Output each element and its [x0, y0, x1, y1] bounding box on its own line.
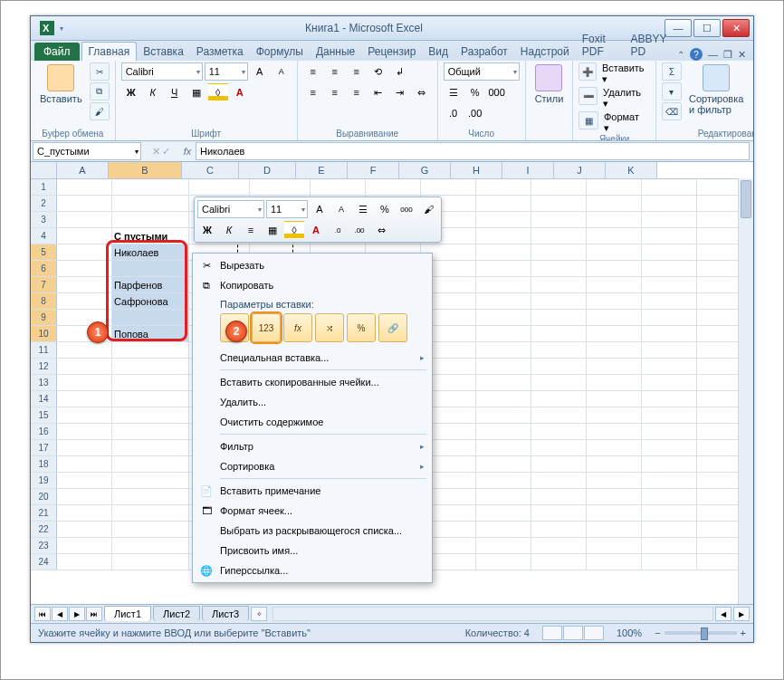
col-I[interactable]: I: [502, 162, 554, 178]
cell-A2[interactable]: [57, 196, 112, 211]
cell-K4[interactable]: [642, 228, 697, 244]
cell-I15[interactable]: [531, 407, 587, 423]
cell-K21[interactable]: [642, 505, 697, 521]
cell-I24[interactable]: [531, 554, 587, 570]
ctx-sort[interactable]: Сортировка▸: [195, 456, 430, 476]
border-icon[interactable]: ▦: [186, 83, 206, 101]
indent-increase-icon[interactable]: ⇥: [390, 83, 410, 101]
cell-K12[interactable]: [642, 359, 697, 374]
sheet-tab-1[interactable]: Лист1: [104, 606, 151, 621]
row-header[interactable]: 16: [31, 424, 57, 439]
cell-I12[interactable]: [531, 359, 587, 374]
ctx-insert-copied[interactable]: Вставить скопированные ячейки...: [195, 372, 430, 392]
cell-A22[interactable]: [57, 522, 112, 537]
formula-input[interactable]: Николаев: [196, 142, 750, 160]
tab-foxit[interactable]: Foxit PDF: [576, 30, 625, 61]
tab-layout[interactable]: Разметка: [190, 43, 250, 61]
row-header[interactable]: 2: [31, 196, 57, 211]
font-name-combo[interactable]: Calibri: [121, 62, 203, 81]
cell-B20[interactable]: [112, 489, 189, 504]
tab-review[interactable]: Рецензир: [361, 43, 422, 61]
cell-A12[interactable]: [57, 359, 112, 374]
align-middle-icon[interactable]: ≡: [325, 62, 345, 81]
cell-B1[interactable]: [112, 179, 189, 195]
row-header[interactable]: 20: [31, 489, 57, 504]
sheet-tab-2[interactable]: Лист2: [153, 606, 200, 621]
cell-J22[interactable]: [587, 522, 642, 537]
cell-J5[interactable]: [587, 244, 642, 260]
paste-formulas-icon[interactable]: fx: [283, 313, 312, 342]
row-header[interactable]: 1: [31, 179, 57, 195]
cell-K7[interactable]: [642, 277, 697, 292]
align-left-icon[interactable]: ≡: [303, 83, 323, 101]
mini-font-color-icon[interactable]: А: [306, 221, 326, 239]
cell-B8[interactable]: Сафронова: [112, 293, 189, 309]
row-header[interactable]: 8: [31, 293, 57, 309]
cell-H1[interactable]: [476, 179, 531, 195]
doc-restore-icon[interactable]: ❐: [723, 49, 732, 61]
cell-J8[interactable]: [587, 293, 642, 309]
doc-close-icon[interactable]: ✕: [738, 49, 746, 61]
col-H[interactable]: H: [451, 162, 502, 178]
tab-formulas[interactable]: Формулы: [250, 43, 310, 61]
cell-B11[interactable]: [112, 342, 189, 358]
cell-I14[interactable]: [531, 391, 587, 407]
cell-H14[interactable]: [476, 391, 531, 407]
format-cell-icon[interactable]: ▦: [578, 111, 598, 129]
row-header[interactable]: 11: [31, 342, 57, 358]
underline-button[interactable]: Ч: [165, 83, 185, 101]
cell-K14[interactable]: [642, 391, 697, 407]
cell-H6[interactable]: [476, 261, 531, 276]
font-size-combo[interactable]: 11: [205, 62, 248, 81]
cell-B23[interactable]: [112, 538, 189, 553]
accept-formula-icon[interactable]: ✓: [162, 146, 170, 158]
cell-J21[interactable]: [587, 505, 642, 521]
cell-H23[interactable]: [476, 538, 531, 553]
cell-I4[interactable]: [531, 228, 587, 244]
cell-G1[interactable]: [421, 179, 476, 195]
bold-button[interactable]: Ж: [121, 83, 141, 101]
new-sheet-button[interactable]: ✧: [251, 607, 267, 621]
cell-E1[interactable]: [311, 179, 366, 195]
cell-J16[interactable]: [587, 424, 642, 439]
cell-A23[interactable]: [57, 538, 112, 553]
row-header[interactable]: 17: [31, 440, 57, 455]
cell-H13[interactable]: [476, 375, 531, 390]
mini-font-combo[interactable]: Calibri: [197, 200, 264, 218]
cell-H12[interactable]: [476, 359, 531, 374]
cell-I10[interactable]: [531, 326, 587, 341]
row-header[interactable]: 23: [31, 538, 57, 553]
cell-A13[interactable]: [57, 375, 112, 390]
cell-J10[interactable]: [587, 326, 642, 341]
cell-I23[interactable]: [531, 538, 587, 553]
paste-transpose-icon[interactable]: ⤭: [315, 313, 344, 342]
cell-I13[interactable]: [531, 375, 587, 390]
tab-developer[interactable]: Разработ: [454, 43, 514, 61]
delete-cells-button[interactable]: Удалить ▾: [599, 87, 650, 110]
cell-J11[interactable]: [587, 342, 642, 358]
worksheet-grid[interactable]: A B C D E F G H I J K 1234С пустыми5Нико…: [31, 162, 753, 604]
doc-minimize-icon[interactable]: —: [708, 49, 718, 60]
cell-I21[interactable]: [531, 505, 587, 521]
cell-J17[interactable]: [587, 440, 642, 455]
cell-K24[interactable]: [642, 554, 697, 570]
col-G[interactable]: G: [399, 162, 451, 178]
cell-B17[interactable]: [112, 440, 189, 455]
percent-icon[interactable]: %: [465, 83, 485, 101]
vertical-scrollbar[interactable]: [738, 178, 753, 604]
tab-home[interactable]: Главная: [81, 42, 138, 61]
cell-A6[interactable]: [57, 261, 112, 276]
row-header[interactable]: 12: [31, 359, 57, 374]
cell-B2[interactable]: [112, 196, 189, 211]
view-break-button[interactable]: [584, 626, 604, 640]
fill-icon[interactable]: ▾: [662, 82, 682, 101]
align-right-icon[interactable]: ≡: [347, 83, 367, 101]
cell-H17[interactable]: [476, 440, 531, 455]
cell-K8[interactable]: [642, 293, 697, 309]
row-header[interactable]: 6: [31, 261, 57, 276]
paste-button[interactable]: Вставить: [36, 62, 86, 106]
mini-align-icon[interactable]: ≡: [241, 221, 261, 239]
cell-I9[interactable]: [531, 310, 587, 325]
cell-K5[interactable]: [642, 244, 697, 260]
zoom-slider[interactable]: [664, 631, 737, 635]
